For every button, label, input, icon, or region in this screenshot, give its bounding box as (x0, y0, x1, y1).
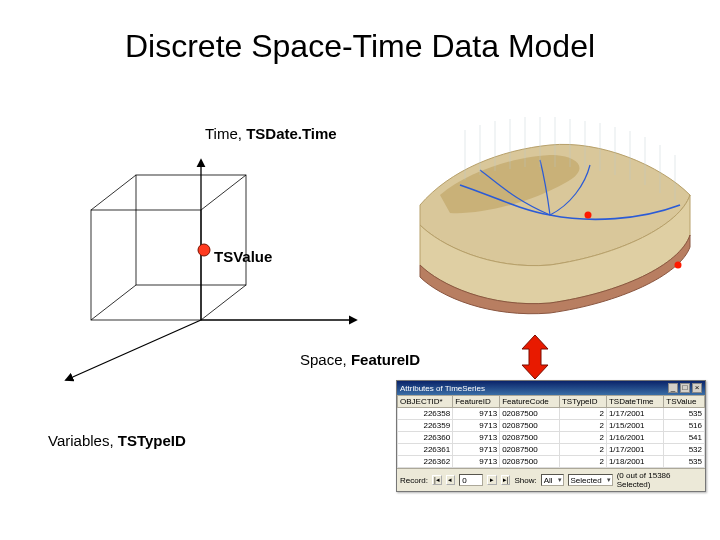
table-cell: 02087500 (500, 444, 560, 456)
table-cell: 9713 (453, 432, 500, 444)
minimize-button[interactable]: _ (668, 383, 678, 393)
last-record-button[interactable]: ▸| (501, 475, 511, 485)
col-objectid[interactable]: OBJECTID* (398, 396, 453, 408)
axis-label-space-prefix: Space, (300, 351, 351, 368)
table-cell: 02087500 (500, 420, 560, 432)
svg-rect-1 (136, 175, 246, 285)
table-row[interactable]: 22636197130208750021/17/2001532 (398, 444, 705, 456)
table-cell: 532 (664, 444, 705, 456)
axis-label-space: Space, FeatureID (300, 351, 420, 368)
svg-point-9 (198, 244, 210, 256)
window-title: Attributes of TimeSeries (400, 384, 485, 393)
link-arrow-icon (520, 335, 550, 379)
axis-label-time-bold: TSDate.Time (246, 125, 337, 142)
table-cell: 02087500 (500, 456, 560, 468)
col-tstypeid[interactable]: TSTypeID (559, 396, 606, 408)
table-row[interactable]: 22635897130208750021/17/2001535 (398, 408, 705, 420)
selected-mode-select[interactable]: Selected (568, 474, 613, 486)
prev-record-button[interactable]: ◂ (446, 475, 456, 485)
axis-label-time: Time, TSDate.Time (205, 125, 337, 142)
table-cell: 226358 (398, 408, 453, 420)
axis-label-time-prefix: Time, (205, 125, 246, 142)
show-mode-select[interactable]: All (541, 474, 564, 486)
axis-label-variables: Variables, TSTypeID (48, 432, 186, 449)
table-cell: 535 (664, 456, 705, 468)
table-cell: 226359 (398, 420, 453, 432)
terrain-illustration (390, 115, 700, 315)
record-label: Record: (400, 476, 428, 485)
attribute-table: OBJECTID* FeatureID FeatureCode TSTypeID… (397, 395, 705, 468)
window-titlebar: Attributes of TimeSeries _ □ × (397, 381, 705, 395)
axis-label-var-bold: TSTypeID (118, 432, 186, 449)
table-cell: 9713 (453, 456, 500, 468)
table-cell: 516 (664, 420, 705, 432)
svg-line-3 (201, 175, 246, 210)
table-row[interactable]: 22635997130208750021/15/2001516 (398, 420, 705, 432)
table-row[interactable]: 22636097130208750021/16/2001541 (398, 432, 705, 444)
col-featurecode[interactable]: FeatureCode (500, 396, 560, 408)
table-cell: 9713 (453, 444, 500, 456)
table-cell: 535 (664, 408, 705, 420)
table-cell: 541 (664, 432, 705, 444)
table-cell: 2 (559, 420, 606, 432)
axis-label-space-bold: FeatureID (351, 351, 420, 368)
page-title: Discrete Space-Time Data Model (0, 28, 720, 65)
table-cell: 1/17/2001 (606, 444, 663, 456)
col-featureid[interactable]: FeatureID (453, 396, 500, 408)
close-button[interactable]: × (692, 383, 702, 393)
table-cell: 1/15/2001 (606, 420, 663, 432)
record-number-input[interactable]: 0 (459, 474, 483, 486)
table-cell: 226362 (398, 456, 453, 468)
table-cell: 1/16/2001 (606, 432, 663, 444)
show-label: Show: (514, 476, 536, 485)
next-record-button[interactable]: ▸ (487, 475, 497, 485)
table-cell: 2 (559, 432, 606, 444)
table-row[interactable]: 22636297130208750021/18/2001535 (398, 456, 705, 468)
svg-line-5 (201, 285, 246, 320)
maximize-button[interactable]: □ (680, 383, 690, 393)
svg-point-10 (585, 212, 592, 219)
svg-line-8 (66, 320, 201, 380)
table-cell: 226360 (398, 432, 453, 444)
table-cell: 2 (559, 408, 606, 420)
col-tsdatetime[interactable]: TSDateTime (606, 396, 663, 408)
table-cell: 226361 (398, 444, 453, 456)
table-cell: 9713 (453, 420, 500, 432)
selection-summary: (0 out of 15386 Selected) (617, 471, 702, 489)
col-tsvalue[interactable]: TSValue (664, 396, 705, 408)
svg-line-4 (91, 285, 136, 320)
table-cell: 02087500 (500, 432, 560, 444)
attribute-window: Attributes of TimeSeries _ □ × OBJECTID*… (396, 380, 706, 492)
table-cell: 1/17/2001 (606, 408, 663, 420)
table-cell: 9713 (453, 408, 500, 420)
axis-label-var-prefix: Variables, (48, 432, 118, 449)
table-cell: 2 (559, 444, 606, 456)
window-statusbar: Record: |◂ ◂ 0 ▸ ▸| Show: All Selected (… (397, 468, 705, 491)
svg-point-11 (675, 262, 682, 269)
table-cell: 02087500 (500, 408, 560, 420)
table-header-row: OBJECTID* FeatureID FeatureCode TSTypeID… (398, 396, 705, 408)
svg-line-2 (91, 175, 136, 210)
first-record-button[interactable]: |◂ (432, 475, 442, 485)
svg-rect-0 (91, 210, 201, 320)
tsvalue-label: TSValue (214, 248, 272, 265)
table-cell: 2 (559, 456, 606, 468)
table-cell: 1/18/2001 (606, 456, 663, 468)
